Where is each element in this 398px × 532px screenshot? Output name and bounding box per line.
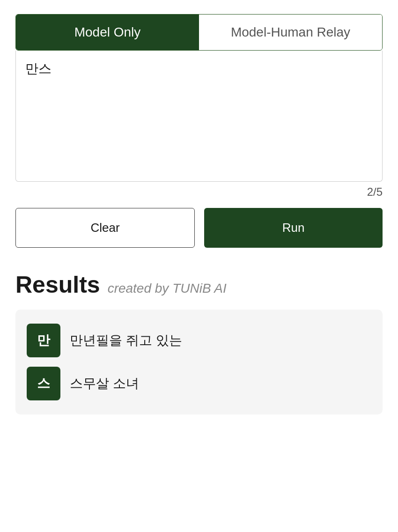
results-header: Results created by TUNiB AI xyxy=(15,271,383,298)
results-subtitle: created by TUNiB AI xyxy=(108,281,227,296)
results-card: 만 만년필을 쥐고 있는 스 스무살 소녀 xyxy=(15,310,383,414)
tab-container: Model Only Model-Human Relay xyxy=(15,14,383,51)
result-text-2: 스무살 소녀 xyxy=(70,375,139,392)
results-title: Results xyxy=(15,271,100,298)
run-button[interactable]: Run xyxy=(204,208,383,248)
char-count: 2/5 xyxy=(15,185,383,199)
result-item-1: 만 만년필을 쥐고 있는 xyxy=(27,324,371,357)
clear-button[interactable]: Clear xyxy=(15,208,195,248)
textarea-wrapper: 만스 xyxy=(15,51,383,182)
tab-model-only[interactable]: Model Only xyxy=(16,15,199,50)
result-item-2: 스 스무살 소녀 xyxy=(27,367,371,400)
result-text-1: 만년필을 쥐고 있는 xyxy=(70,332,182,349)
tab-model-human-relay[interactable]: Model-Human Relay xyxy=(199,15,382,50)
results-section: Results created by TUNiB AI 만 만년필을 쥐고 있는… xyxy=(15,271,383,414)
input-textarea[interactable]: 만스 xyxy=(25,60,373,168)
result-badge-1: 만 xyxy=(27,324,60,357)
button-row: Clear Run xyxy=(15,208,383,248)
result-badge-2: 스 xyxy=(27,367,60,400)
